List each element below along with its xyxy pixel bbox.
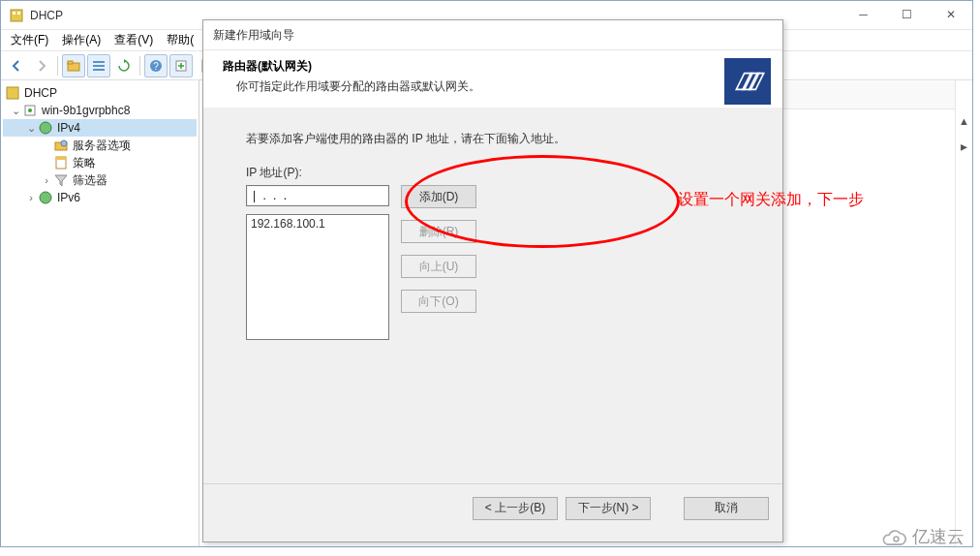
tree-ipv4[interactable]: ⌄ IPv4 [3, 119, 197, 137]
window-buttons: ─ ☐ ✕ [842, 1, 972, 28]
expand-icon[interactable]: › [24, 192, 38, 203]
tree-filter-label: 筛选器 [73, 172, 107, 189]
add-button[interactable]: 添加(D) [401, 185, 476, 208]
svg-rect-2 [17, 12, 20, 15]
wizard-banner-icon [724, 58, 771, 105]
wizard-heading: 路由器(默认网关) [223, 58, 724, 75]
tree-ipv4-label: IPv4 [57, 121, 80, 135]
watermark: 亿速云 [881, 525, 965, 548]
maximize-button[interactable]: ☐ [885, 1, 929, 28]
svg-rect-7 [93, 69, 105, 71]
tool-refresh-button[interactable] [112, 54, 136, 77]
menu-help[interactable]: 帮助( [161, 30, 199, 50]
expand-icon[interactable]: ⌄ [9, 105, 22, 117]
wizard-footer: < 上一步(B) 下一步(N) > 取消 [203, 483, 782, 532]
strip-up-icon[interactable]: ▲ [956, 115, 972, 127]
expand-icon[interactable]: › [40, 174, 53, 186]
toolbar-separator [57, 56, 58, 76]
tool-list-button[interactable] [87, 54, 110, 77]
toolbar-separator [139, 56, 140, 76]
svg-point-14 [28, 108, 32, 112]
svg-rect-4 [68, 61, 73, 64]
options-icon [53, 138, 69, 153]
tool-action-button[interactable] [169, 54, 193, 77]
app-icon [9, 8, 24, 23]
watermark-icon [881, 526, 906, 547]
server-icon [22, 103, 38, 118]
move-down-button[interactable]: 向下(O) [401, 290, 476, 313]
ip-address-input[interactable]: | . . . [246, 185, 389, 206]
dhcp-icon [5, 85, 20, 101]
tool-help-button[interactable]: ? [144, 54, 168, 77]
svg-point-20 [40, 192, 51, 203]
tree-root[interactable]: DHCP [3, 84, 197, 102]
move-up-button[interactable]: 向上(U) [401, 255, 476, 278]
menu-file[interactable]: 文件(F) [5, 30, 54, 50]
tree-ipv6[interactable]: › IPv6 [3, 189, 197, 206]
wizard-instruction: 若要添加客户端使用的路由器的 IP 地址，请在下面输入地址。 [246, 131, 740, 147]
menu-action[interactable]: 操作(A) [56, 30, 107, 50]
actions-pane-strip: ▲ ▸ [955, 80, 972, 546]
tree-server-options[interactable]: 服务器选项 [3, 137, 197, 154]
svg-rect-1 [13, 12, 15, 15]
ip-address-label: IP 地址(P): [246, 165, 740, 181]
wizard-header: 路由器(默认网关) 你可指定此作用域要分配的路由器或默认网关。 [203, 49, 782, 108]
svg-text:?: ? [153, 61, 159, 72]
back-button[interactable]: < 上一步(B) [473, 497, 558, 520]
strip-right-icon[interactable]: ▸ [956, 139, 972, 154]
tree-filter[interactable]: › 筛选器 [3, 171, 197, 189]
tree-server-label: win-9b1gvrpbhc8 [42, 104, 130, 117]
remove-button[interactable]: 删除(R) [401, 220, 476, 243]
svg-rect-5 [93, 61, 105, 63]
tree-policy-label: 策略 [73, 155, 96, 171]
wizard-body: 若要添加客户端使用的路由器的 IP 地址，请在下面输入地址。 IP 地址(P):… [203, 108, 782, 483]
nav-forward-button[interactable] [30, 54, 53, 77]
tree-ipv6-label: IPv6 [57, 191, 80, 204]
cancel-button[interactable]: 取消 [684, 497, 769, 520]
svg-point-21 [894, 537, 899, 541]
tree-server[interactable]: ⌄ win-9b1gvrpbhc8 [3, 102, 197, 119]
wizard-title-text: 新建作用域向导 [213, 27, 294, 44]
watermark-text: 亿速云 [912, 525, 965, 548]
new-scope-wizard: 新建作用域向导 路由器(默认网关) 你可指定此作用域要分配的路由器或默认网关。 … [202, 19, 783, 542]
expand-icon[interactable]: ⌄ [24, 122, 38, 135]
tree-options-label: 服务器选项 [73, 138, 131, 154]
svg-point-17 [61, 140, 67, 146]
svg-point-15 [40, 122, 51, 134]
nav-back-button[interactable] [5, 54, 28, 77]
close-button[interactable]: ✕ [929, 1, 972, 28]
wizard-subheading: 你可指定此作用域要分配的路由器或默认网关。 [223, 78, 724, 95]
svg-rect-12 [7, 87, 18, 99]
tool-folder-button[interactable] [62, 54, 85, 77]
wizard-titlebar: 新建作用域向导 [203, 20, 782, 49]
filter-icon [53, 172, 69, 188]
ip-list-item[interactable]: 192.168.100.1 [251, 217, 384, 232]
svg-rect-0 [11, 10, 22, 21]
policy-icon [53, 155, 69, 170]
next-button[interactable]: 下一步(N) > [566, 497, 651, 520]
menu-view[interactable]: 查看(V) [108, 30, 159, 50]
tree-root-label: DHCP [24, 86, 57, 100]
annotation-text: 设置一个网关添加，下一步 [678, 190, 864, 210]
svg-rect-19 [56, 157, 66, 160]
ip-address-list[interactable]: 192.168.100.1 [246, 214, 389, 340]
ipv4-icon [38, 120, 53, 136]
tree-policy[interactable]: 策略 [3, 154, 197, 171]
actions-pane-header [776, 80, 955, 109]
minimize-button[interactable]: ─ [842, 1, 885, 28]
ipv6-icon [38, 190, 53, 205]
tree-panel: DHCP ⌄ win-9b1gvrpbhc8 ⌄ IPv4 服务器选项 策略 [1, 80, 199, 546]
svg-rect-6 [93, 65, 105, 67]
